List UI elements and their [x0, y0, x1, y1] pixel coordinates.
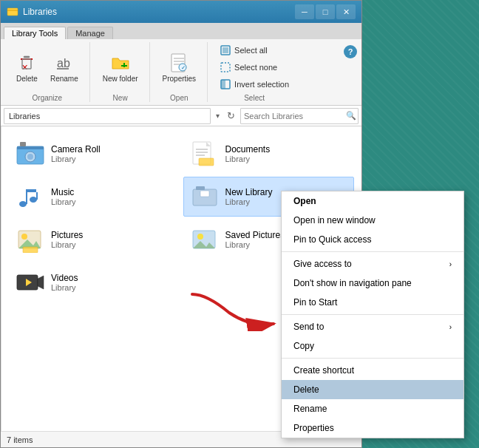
documents-name: Documents	[225, 144, 271, 155]
svg-rect-4	[24, 56, 30, 58]
ribbon: Library Tools Manage ✕	[1, 23, 361, 106]
select-all-button[interactable]: Select all	[215, 42, 293, 58]
ctx-properties[interactable]: Properties	[282, 418, 463, 438]
svg-rect-22	[17, 146, 44, 149]
new-library-icon	[190, 182, 220, 211]
new-group-label: New	[113, 92, 128, 102]
new-folder-button[interactable]: New folder	[98, 50, 143, 86]
svg-rect-9	[121, 65, 127, 67]
new-folder-icon	[110, 52, 131, 73]
svg-marker-48	[38, 276, 44, 289]
select-none-button[interactable]: Select none	[215, 59, 293, 75]
ribbon-content: ✕ Delete ab	[1, 39, 361, 105]
svg-rect-39	[200, 191, 209, 197]
ctx-sep-1	[282, 251, 463, 252]
invert-selection-label: Invert selection	[234, 80, 289, 89]
properties-label: Properties	[163, 75, 197, 83]
maximize-button[interactable]: □	[316, 4, 335, 19]
search-icon[interactable]: 🔍	[346, 111, 356, 121]
title-bar-title: Libraries	[23, 7, 57, 17]
music-info: Music Library	[51, 187, 76, 206]
ribbon-group-organize: ✕ Delete ab	[5, 42, 90, 102]
ctx-sep-3	[282, 358, 463, 359]
svg-rect-36	[36, 192, 38, 200]
close-button[interactable]: ✕	[336, 4, 356, 19]
new-library-type: Library	[225, 197, 273, 206]
library-item-music[interactable]: Music Library	[9, 177, 180, 217]
videos-type: Library	[51, 283, 78, 292]
ctx-dont-show-nav[interactable]: Don't show in navigation pane	[282, 274, 463, 293]
title-bar: Libraries ─ □ ✕	[1, 1, 361, 23]
svg-text:ab: ab	[57, 57, 70, 69]
delete-label: Delete	[16, 75, 38, 83]
svg-rect-31	[199, 158, 214, 166]
documents-icon	[190, 139, 220, 169]
svg-point-32	[19, 201, 27, 207]
refresh-button[interactable]: ↻	[225, 110, 237, 121]
svg-rect-1	[7, 10, 18, 11]
svg-rect-38	[196, 186, 205, 190]
ctx-give-access[interactable]: Give access to ›	[282, 254, 463, 274]
delete-icon: ✕	[16, 52, 37, 73]
camera-roll-info: Camera Roll Library	[51, 144, 101, 163]
saved-pictures-name: Saved Pictures	[225, 230, 285, 240]
music-type: Library	[51, 197, 76, 206]
new-buttons: New folder	[98, 42, 143, 92]
svg-point-35	[30, 197, 37, 203]
camera-roll-icon	[16, 139, 45, 169]
ctx-send-to[interactable]: Send to ›	[282, 317, 463, 336]
svg-point-45	[197, 234, 203, 240]
ctx-delete[interactable]: Delete	[282, 380, 463, 399]
red-arrow-indicator	[185, 287, 288, 331]
ctx-copy[interactable]: Copy	[282, 336, 463, 356]
library-item-camera-roll[interactable]: Camera Roll Library	[9, 134, 180, 174]
open-buttons: ✓ Properties	[157, 42, 202, 92]
status-text: 7 items	[7, 435, 33, 444]
path-text: Libraries	[9, 112, 40, 121]
ctx-rename[interactable]: Rename	[282, 399, 463, 418]
invert-selection-button[interactable]: Invert selection	[215, 76, 293, 92]
minimize-button[interactable]: ─	[295, 4, 314, 19]
organize-buttons: ✕ Delete ab	[11, 42, 84, 92]
select-none-icon	[220, 61, 231, 73]
svg-point-25	[27, 154, 33, 160]
select-content: Select all Select none	[215, 42, 293, 92]
ctx-pin-start[interactable]: Pin to Start	[282, 293, 463, 312]
ctx-open[interactable]: Open	[282, 191, 463, 211]
ctx-open-new-window[interactable]: Open in new window	[282, 211, 463, 230]
new-library-name: New Library	[225, 187, 273, 197]
ctx-pin-quick-access[interactable]: Pin to Quick access	[282, 230, 463, 249]
svg-point-41	[21, 234, 27, 240]
pictures-name: Pictures	[51, 230, 83, 240]
ctx-create-shortcut[interactable]: Create shortcut	[282, 361, 463, 380]
library-item-videos[interactable]: Videos Library	[9, 262, 180, 302]
tab-library-tools[interactable]: Library Tools	[4, 27, 66, 39]
properties-icon: ✓	[169, 52, 189, 73]
search-input[interactable]	[244, 112, 346, 121]
select-all-label: Select all	[234, 46, 268, 55]
tab-manage[interactable]: Manage	[67, 27, 113, 39]
select-all-icon	[220, 44, 231, 56]
documents-type: Library	[225, 155, 271, 163]
properties-button[interactable]: ✓ Properties	[157, 50, 202, 86]
pictures-type: Library	[51, 240, 83, 249]
ribbon-group-open: ✓ Properties Open	[152, 42, 208, 102]
pictures-icon	[16, 225, 45, 254]
dropdown-arrow[interactable]: ▾	[214, 112, 222, 120]
invert-icon	[220, 78, 231, 90]
videos-name: Videos	[51, 273, 78, 283]
library-item-pictures[interactable]: Pictures Library	[9, 220, 180, 259]
rename-button[interactable]: ab Rename	[45, 50, 84, 86]
library-item-documents[interactable]: Documents Library	[183, 134, 355, 174]
address-path: Libraries	[4, 108, 211, 124]
svg-rect-23	[20, 142, 26, 146]
title-bar-controls: ─ □ ✕	[295, 4, 356, 19]
camera-roll-name: Camera Roll	[51, 144, 101, 155]
documents-info: Documents Library	[225, 144, 271, 163]
title-bar-left: Libraries	[7, 6, 57, 18]
address-bar: Libraries ▾ ↻ 🔍	[1, 106, 361, 126]
help-button[interactable]: ?	[344, 45, 357, 58]
rename-icon: ab	[54, 52, 75, 73]
organize-group-label: Organize	[33, 92, 63, 102]
delete-button[interactable]: ✕ Delete	[11, 50, 43, 86]
